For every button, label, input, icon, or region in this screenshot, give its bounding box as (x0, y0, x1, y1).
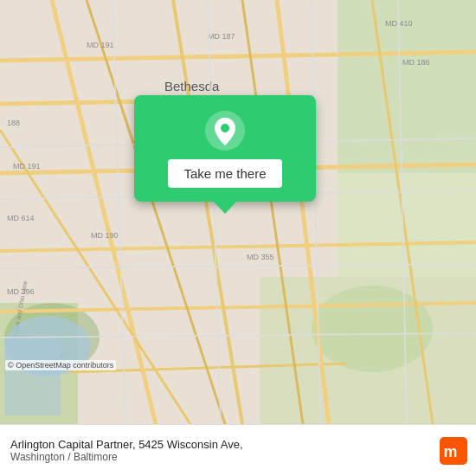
svg-rect-34 (4, 338, 61, 415)
address-line1: Arlington Capital Partner, 5425 Wisconsi… (10, 438, 243, 451)
moovit-logo-icon: m (440, 437, 467, 465)
popup-card: Take me there (134, 95, 316, 202)
svg-point-45 (221, 124, 229, 132)
address-info: Arlington Capital Partner, 5425 Wisconsi… (10, 438, 243, 463)
location-pin-icon (205, 111, 245, 151)
svg-text:MD 191: MD 191 (87, 41, 114, 49)
moovit-logo: m (440, 437, 467, 465)
map-container: MD 191 MD 187 MD 410 MD 186 188 MD 191 M… (0, 0, 476, 424)
svg-text:MD 614: MD 614 (7, 214, 35, 222)
svg-rect-2 (338, 173, 476, 277)
take-me-there-button[interactable]: Take me there (168, 159, 281, 188)
svg-text:MD 190: MD 190 (91, 231, 119, 240)
svg-text:MD 187: MD 187 (208, 32, 235, 41)
address-line2: Washington / Baltimore (10, 451, 243, 463)
svg-text:MD 186: MD 186 (402, 58, 430, 67)
svg-text:188: 188 (7, 119, 20, 127)
bottom-bar: Arlington Capital Partner, 5425 Wisconsi… (0, 424, 476, 476)
svg-text:MD 355: MD 355 (247, 253, 274, 261)
svg-text:MD 191: MD 191 (13, 162, 41, 170)
svg-text:Bethesda: Bethesda (164, 79, 220, 93)
svg-text:m: m (443, 443, 457, 460)
osm-credit: © OpenStreetMap contributors (5, 360, 116, 370)
